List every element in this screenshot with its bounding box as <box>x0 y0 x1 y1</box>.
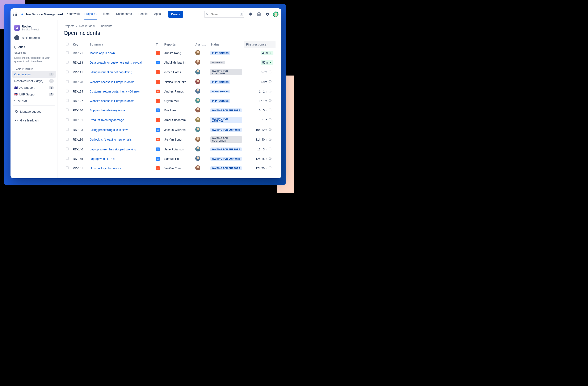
create-button[interactable]: Create <box>168 11 183 18</box>
status-badge[interactable]: WAITING FOR CUSTOMER <box>210 136 242 143</box>
flag-icon: 🇦🇺 <box>14 86 18 89</box>
assignee-avatar[interactable] <box>195 50 200 55</box>
issue-summary-link[interactable]: Website access in Europe is down <box>90 99 134 103</box>
issue-summary-link[interactable]: Outlook isn't loading new emails <box>90 138 132 141</box>
issue-key[interactable]: RD-113 <box>71 58 87 67</box>
search-input[interactable] <box>204 11 244 18</box>
assignee-avatar[interactable] <box>195 79 200 84</box>
issue-key[interactable]: RD-136 <box>71 135 87 145</box>
help-icon[interactable]: ? <box>256 12 262 17</box>
issue-key[interactable]: RD-124 <box>71 87 87 96</box>
project-header[interactable]: Rocket Service Project <box>12 23 56 32</box>
status-badge[interactable]: WAITING FOR SUPPORT <box>210 128 242 132</box>
queue-item-au-support[interactable]: 🇦🇺AU Support5 <box>12 84 56 91</box>
row-checkbox[interactable] <box>66 99 69 102</box>
settings-icon[interactable] <box>265 12 270 17</box>
issue-key[interactable]: RD-123 <box>71 77 87 87</box>
breadcrumb-item[interactable]: Rocket desk <box>79 24 95 28</box>
assignee-avatar[interactable] <box>195 127 200 132</box>
give-feedback-link[interactable]: Give feedback <box>12 116 56 125</box>
assignee-avatar[interactable] <box>195 165 200 170</box>
assignee-avatar[interactable] <box>195 107 200 113</box>
nav-item-filters[interactable]: Filters ▾ <box>102 9 111 19</box>
assignee-avatar[interactable] <box>195 69 200 75</box>
status-badge[interactable]: IN PROGRESS <box>210 90 230 93</box>
issue-key[interactable]: RD-133 <box>71 125 87 135</box>
issue-key[interactable]: RD-121 <box>71 48 87 58</box>
nav-item-apps[interactable]: Apps ▾ <box>154 9 163 19</box>
issue-summary-link[interactable]: Data breach for customers using paypal <box>90 61 142 64</box>
row-checkbox[interactable] <box>66 61 69 64</box>
assignee-avatar[interactable] <box>195 98 200 103</box>
issue-summary-link[interactable]: Website access in Europe is down <box>90 80 134 84</box>
assignee-avatar[interactable] <box>195 117 200 122</box>
queue-item-resolved-last-7-days-[interactable]: Resolved (last 7 days)3 <box>12 77 56 84</box>
user-avatar[interactable] <box>273 12 278 17</box>
other-section-toggle[interactable]: ▸OTHER <box>12 98 56 104</box>
breadcrumb-item[interactable]: Incidents <box>100 24 112 28</box>
col-key[interactable]: Key <box>71 41 87 48</box>
status-badge[interactable]: WAITING FOR SUPPORT <box>210 166 242 170</box>
breadcrumb-item[interactable]: Projects <box>64 24 74 28</box>
col-reporter[interactable]: Reporter <box>162 41 193 48</box>
issue-summary-link[interactable]: Unusual login behaviour <box>90 167 121 170</box>
row-checkbox[interactable] <box>66 128 69 131</box>
queue-item-open-issues[interactable]: Open issues2 <box>12 71 56 77</box>
row-checkbox[interactable] <box>66 118 69 121</box>
issue-summary-link[interactable]: Billing information not populating <box>90 71 132 74</box>
issue-key[interactable]: RD-131 <box>71 115 87 125</box>
issue-key[interactable]: RD-151 <box>71 163 87 173</box>
issue-summary-link[interactable]: Billing processing site is slow <box>90 128 128 132</box>
issue-summary-link[interactable]: Supply chain delivery issue <box>90 109 125 112</box>
row-checkbox[interactable] <box>66 108 69 111</box>
issue-summary-link[interactable]: Customer return portal has a 404 error <box>90 90 140 93</box>
issue-key[interactable]: RD-111 <box>71 67 87 77</box>
status-badge[interactable]: WAITING FOR SUPPORT <box>210 157 242 161</box>
row-checkbox[interactable] <box>66 166 69 169</box>
status-badge[interactable]: WAITING FOR CUSTOMER <box>210 69 242 75</box>
issue-key[interactable]: RD-140 <box>71 145 87 154</box>
col-first-response[interactable]: First response ↑ <box>244 41 275 48</box>
app-switcher-icon[interactable] <box>13 13 17 16</box>
col-summary[interactable]: Summary <box>87 41 154 48</box>
nav-item-projects[interactable]: Projects ▾ <box>84 9 97 19</box>
nav-item-your-work[interactable]: Your work <box>67 9 80 19</box>
col-assignee[interactable]: Assig… <box>193 41 208 48</box>
status-badge[interactable]: IN PROGRESS <box>210 99 230 103</box>
assignee-avatar[interactable] <box>195 137 200 142</box>
col-status[interactable]: Status <box>208 41 244 48</box>
status-badge[interactable]: IN PROGRESS <box>210 80 230 84</box>
status-badge[interactable]: IN PROGRESS <box>210 51 230 55</box>
status-badge[interactable]: WAITING FOR SUPPORT <box>210 148 242 151</box>
assignee-avatar[interactable] <box>195 156 200 161</box>
row-checkbox[interactable] <box>66 51 69 54</box>
issue-key[interactable]: RD-145 <box>71 154 87 163</box>
issue-summary-link[interactable]: Laptop screen has stopped working <box>90 148 136 151</box>
issue-summary-link[interactable]: Mobile app is down <box>90 51 115 55</box>
status-badge[interactable]: WAITING FOR SUPPORT <box>210 108 242 112</box>
row-checkbox[interactable] <box>66 71 69 74</box>
queue-item-lhr-support[interactable]: 🇬🇧LHR Support7 <box>12 91 56 98</box>
manage-queues-link[interactable]: Manage queues <box>12 107 56 116</box>
row-checkbox[interactable] <box>66 157 69 160</box>
status-badge[interactable]: ON HOLD <box>210 61 225 64</box>
row-checkbox[interactable] <box>66 80 69 83</box>
issue-summary-link[interactable]: Product inventory damage <box>90 118 124 122</box>
row-checkbox[interactable] <box>66 90 69 93</box>
issue-summary-link[interactable]: Laptop won't turn on <box>90 157 116 160</box>
col-type[interactable]: T <box>154 41 162 48</box>
assignee-avatar[interactable] <box>195 89 200 94</box>
row-checkbox[interactable] <box>66 148 69 150</box>
nav-item-people[interactable]: People ▾ <box>138 9 149 19</box>
nav-item-dashboards[interactable]: Dashboards ▾ <box>116 9 134 19</box>
notifications-icon[interactable] <box>248 12 253 17</box>
product-logo[interactable]: Jira Service Management <box>21 12 63 16</box>
back-to-project-link[interactable]: ← Back to project <box>12 32 56 43</box>
status-badge[interactable]: WAITING FOR APPROVAL <box>210 117 242 123</box>
row-checkbox[interactable] <box>66 138 69 141</box>
issue-key[interactable]: RD-130 <box>71 106 87 115</box>
issue-key[interactable]: RD-127 <box>71 96 87 106</box>
assignee-avatar[interactable] <box>195 59 200 65</box>
assignee-avatar[interactable] <box>195 146 200 152</box>
select-all-checkbox[interactable] <box>66 43 69 45</box>
